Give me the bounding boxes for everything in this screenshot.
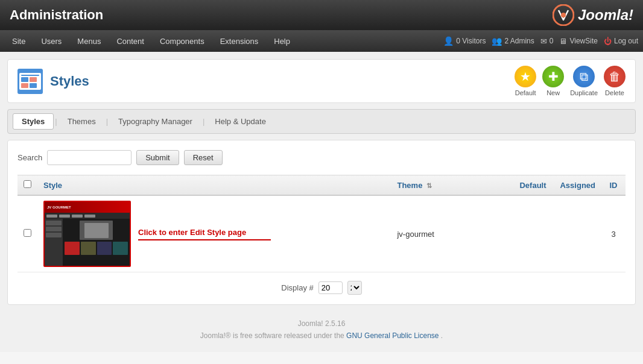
- page-titlebar: Styles ★ Default ✚ New ⧉ Duplicate 🗑 Del…: [7, 59, 636, 103]
- page-title: Styles: [50, 74, 89, 89]
- theme-sort-icon: ⇅: [426, 182, 432, 190]
- per-page-select[interactable]: 20 50 100: [347, 281, 362, 295]
- duplicate-icon: ⧉: [573, 66, 595, 87]
- tab-typography-manager[interactable]: Typography Manager: [109, 113, 201, 130]
- admins-count: 2 Admins: [492, 36, 534, 46]
- styles-table: Style Theme ⇅ Default Assigned ID: [17, 175, 626, 272]
- col-header-assigned[interactable]: Assigned: [554, 175, 601, 196]
- toolbar-buttons: ★ Default ✚ New ⧉ Duplicate 🗑 Delete: [515, 66, 626, 96]
- content-panel: Search Submit Reset Style Theme ⇅ Defaul…: [7, 140, 636, 305]
- logout-icon: [604, 37, 612, 46]
- nav-bar: Site Users Menus Content Components Exte…: [0, 30, 643, 52]
- nav-item-site[interactable]: Site: [5, 33, 33, 49]
- col-header-checkbox: [17, 175, 37, 196]
- nav-item-menus[interactable]: Menus: [70, 33, 108, 49]
- styles-icon: [17, 69, 43, 94]
- visitors-count: 0 Visitors: [443, 36, 486, 46]
- col-header-id[interactable]: ID: [601, 175, 626, 196]
- search-bar: Search Submit Reset: [17, 150, 626, 165]
- table-row: JV GOURMET: [17, 195, 626, 272]
- tab-themes[interactable]: Themes: [59, 113, 105, 130]
- messages-count: 0: [540, 37, 554, 46]
- col-header-style[interactable]: Style: [37, 175, 391, 196]
- row-assigned-cell: [554, 195, 601, 272]
- viewsite-icon: [559, 37, 567, 46]
- new-icon: ✚: [542, 66, 564, 87]
- select-all-checkbox[interactable]: [24, 180, 31, 188]
- joomla-logo-icon: [553, 4, 574, 26]
- viewsite-link[interactable]: ViewSite: [559, 37, 597, 46]
- delete-icon: 🗑: [604, 66, 626, 87]
- license-link[interactable]: GNU General Public License: [346, 331, 439, 340]
- joomla-logo: Joomla!: [553, 4, 633, 26]
- per-page-input[interactable]: [318, 281, 343, 294]
- admin-title: Administration: [10, 7, 103, 23]
- search-reset-button[interactable]: Reset: [184, 150, 223, 165]
- click-hint-line: [138, 239, 271, 240]
- row-theme-cell: jv-gourmet: [391, 195, 512, 272]
- col-header-default[interactable]: Default: [512, 175, 554, 196]
- nav-item-extensions[interactable]: Extensions: [213, 33, 266, 49]
- joomla-logo-text: Joomla!: [578, 7, 633, 24]
- row-checkbox[interactable]: [24, 229, 31, 237]
- style-thumbnail[interactable]: JV GOURMET: [43, 201, 131, 267]
- messages-icon: [540, 37, 547, 46]
- search-label: Search: [17, 153, 42, 162]
- table-footer: Display # 20 50 100: [17, 281, 626, 295]
- click-hint-text: Click to enter Edit Style page: [138, 228, 246, 237]
- nav-item-users[interactable]: Users: [34, 33, 69, 49]
- page-title-left: Styles: [17, 69, 89, 94]
- nav-item-content[interactable]: Content: [109, 33, 151, 49]
- row-default-cell: [512, 195, 554, 272]
- duplicate-button[interactable]: ⧉ Duplicate: [570, 66, 598, 96]
- col-header-theme[interactable]: Theme ⇅: [391, 175, 512, 196]
- click-hint-area: Click to enter Edit Style page: [138, 228, 271, 240]
- display-label: Display #: [281, 283, 313, 292]
- nav-right: 0 Visitors 2 Admins 0 ViewSite Log out: [443, 36, 638, 46]
- page-wrapper: Styles ★ Default ✚ New ⧉ Duplicate 🗑 Del…: [0, 52, 643, 352]
- nav-item-help[interactable]: Help: [267, 33, 297, 49]
- search-input[interactable]: [47, 150, 131, 165]
- new-button[interactable]: ✚ New: [542, 66, 564, 96]
- nav-item-components[interactable]: Components: [153, 33, 212, 49]
- search-submit-button[interactable]: Submit: [136, 150, 179, 165]
- logout-link[interactable]: Log out: [604, 37, 638, 46]
- visitors-icon: [443, 36, 454, 46]
- tabs-bar: Styles | Themes | Typography Manager | H…: [7, 109, 636, 134]
- admins-icon: [492, 36, 502, 46]
- delete-button[interactable]: 🗑 Delete: [604, 66, 626, 96]
- default-icon: ★: [515, 66, 536, 87]
- license-period: .: [441, 331, 443, 340]
- svg-point-1: [561, 13, 566, 17]
- page-footer: Joomla! 2.5.16 Joomla!® is free software…: [7, 315, 636, 345]
- tab-help-update[interactable]: Help & Update: [206, 113, 275, 130]
- admin-header: Administration Joomla!: [0, 0, 643, 30]
- row-id-cell: 3: [601, 195, 626, 272]
- default-button[interactable]: ★ Default: [515, 66, 536, 96]
- tab-styles[interactable]: Styles: [13, 113, 54, 130]
- version-text: Joomla! 2.5.16: [298, 319, 346, 328]
- license-text: Joomla!® is free software released under…: [200, 331, 344, 340]
- row-style-cell: JV GOURMET: [37, 195, 391, 272]
